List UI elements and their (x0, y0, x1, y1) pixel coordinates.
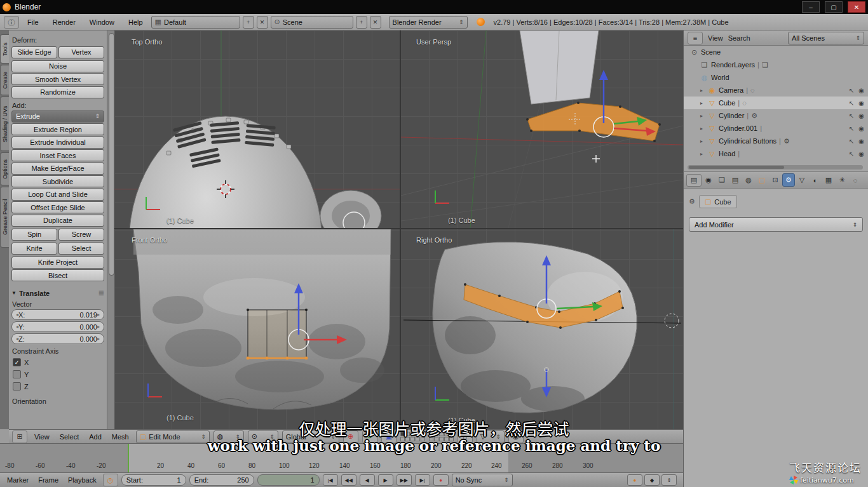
selectable-toggle-icon[interactable]: ↖ (849, 125, 854, 132)
tab-grease-pencil[interactable]: Grease Pencil (0, 187, 9, 248)
record-button[interactable]: ● (433, 474, 449, 486)
info-editor-icon[interactable]: ⓘ (4, 16, 19, 29)
close-button[interactable]: ✕ (848, 1, 865, 13)
editor-type-timeline-icon[interactable]: ◷ (103, 474, 118, 486)
prev-keyframe-button[interactable]: ◀◀ (341, 474, 356, 486)
outliner-row-camera[interactable]: ▸ ◉ Camera | ◌ ↖ ◉ (684, 84, 868, 97)
minimize-button[interactable]: – (802, 1, 820, 13)
spin-button[interactable]: Spin (11, 229, 57, 241)
randomize-button[interactable]: Randomize (11, 86, 104, 98)
duplicate-button[interactable]: Duplicate (11, 215, 104, 227)
tab-shading-uvs[interactable]: Shading / UVs (0, 97, 9, 151)
constraint-z-checkbox[interactable] (13, 382, 21, 390)
selectable-toggle-icon[interactable]: ↖ (849, 150, 854, 157)
increment-icon[interactable]: ▸ (97, 312, 100, 317)
viewport-3d-canvas[interactable] (114, 30, 683, 429)
add-scene-button[interactable]: + (356, 16, 367, 29)
vector-y-field[interactable]: ◂ Y: 0.000 ▸ (11, 321, 104, 332)
edit-wireframe[interactable] (248, 310, 306, 358)
offset-edge-slide-button[interactable]: Offset Edge Slide (11, 201, 104, 213)
selectable-toggle-icon[interactable]: ↖ (849, 100, 854, 107)
tab-modifiers[interactable]: ⚙ (782, 173, 795, 187)
tab-texture[interactable]: ▦ (822, 173, 835, 187)
noise-button[interactable]: Noise (11, 60, 104, 72)
outliner-row-scene[interactable]: ⊙ Scene (684, 46, 868, 58)
outliner-search-menu[interactable]: Search (728, 34, 750, 42)
extrude-region-button[interactable]: Extrude Region (11, 123, 104, 135)
tab-object[interactable]: ▢ (756, 173, 768, 187)
panel-grip-icon[interactable]: ≣ (98, 289, 104, 297)
extrude-individual-button[interactable]: Extrude Individual (11, 137, 104, 149)
increment-icon[interactable]: ▸ (97, 336, 100, 342)
add-modifier-dropdown[interactable]: Add Modifier ⇕ (689, 217, 863, 232)
render-toggle-icon[interactable]: ◉ (858, 87, 864, 94)
sync-mode-selector[interactable]: No Sync ⇕ (452, 474, 513, 486)
constraint-y-checkbox[interactable] (13, 370, 21, 378)
outliner-row-cube[interactable]: ▸ ▽ Cube | ◌ ↖ ◉ (684, 97, 868, 109)
outliner-row-cylinder[interactable]: ▸ ▽ Cylinder | ⚙ ↖ ◉ (684, 109, 868, 122)
display-filter-selector[interactable]: All Scenes ⇕ (788, 32, 864, 44)
screen-layout-selector[interactable]: ▦ Default (151, 16, 240, 29)
start-frame-field[interactable]: Start: 1 (121, 474, 186, 486)
outliner-scrollbar[interactable] (688, 165, 863, 170)
menu-playback[interactable]: Playback (65, 476, 100, 484)
extrude-dropdown[interactable]: Extrude ⇕ (11, 110, 104, 123)
play-button[interactable]: ▶ (378, 474, 393, 486)
selectable-toggle-icon[interactable]: ↖ (849, 112, 854, 119)
outliner-row-cylinder-001[interactable]: ▸ ▽ Cylinder.001 | ↖ ◉ (684, 122, 868, 135)
inset-faces-button[interactable]: Inset Faces (11, 149, 104, 161)
subdivide-button[interactable]: Subdivide (11, 175, 104, 187)
render-engine-selector[interactable]: Blender Render ⇕ (389, 16, 468, 29)
tab-render[interactable]: ◉ (702, 173, 715, 187)
menu-file[interactable]: File (22, 18, 44, 26)
knife-button[interactable]: Knife (11, 243, 57, 255)
keying-set-dropdown[interactable]: ⇕ (661, 474, 677, 486)
slide-edge-button[interactable]: Slide Edge (11, 46, 57, 58)
render-toggle-icon[interactable]: ◉ (858, 100, 864, 107)
tab-constraints[interactable]: ⊡ (769, 173, 782, 187)
vertex-button[interactable]: Vertex (58, 46, 104, 58)
expand-icon[interactable]: ▸ (700, 100, 705, 106)
jump-to-start-button[interactable]: |◀ (323, 474, 338, 486)
menu-render[interactable]: Render (47, 18, 81, 26)
expand-icon[interactable]: ▸ (700, 113, 705, 119)
render-toggle-icon[interactable]: ◉ (858, 150, 864, 157)
menu-window[interactable]: Window (84, 18, 120, 26)
menu-frame[interactable]: Frame (35, 476, 62, 484)
maximize-button[interactable]: ▢ (825, 1, 843, 13)
tab-scene[interactable]: ▤ (729, 173, 742, 187)
end-frame-field[interactable]: End: 250 (189, 474, 254, 486)
menu-marker[interactable]: Marker (4, 476, 32, 484)
tab-render-layers[interactable]: ❏ (715, 173, 728, 187)
tab-particles[interactable]: ✳ (836, 173, 848, 187)
scene-selector[interactable]: ⊙ Scene (271, 16, 353, 29)
expand-icon[interactable]: ▸ (700, 88, 705, 93)
menu-help[interactable]: Help (123, 18, 149, 26)
active-object-breadcrumb[interactable]: ▢ Cube (699, 195, 737, 208)
rotation-gizmo-circle[interactable] (665, 314, 679, 328)
increment-icon[interactable]: ▸ (97, 324, 100, 330)
loop-cut-button[interactable]: Loop Cut and Slide (11, 189, 104, 201)
jump-to-end-button[interactable]: ▶| (415, 474, 430, 486)
outliner-row-head[interactable]: ▸ ▽ Head | ↖ ◉ (684, 147, 868, 160)
expand-icon[interactable]: ▸ (700, 138, 705, 144)
add-layout-button[interactable]: + (243, 16, 254, 29)
tab-physics[interactable]: ◌ (849, 173, 862, 187)
tab-material[interactable]: ◐ (809, 173, 822, 187)
tab-create[interactable]: Create (0, 65, 9, 95)
outliner-row-world[interactable]: ◍ World (684, 71, 868, 84)
current-frame-field[interactable]: 1 (257, 474, 320, 486)
translate-panel-header[interactable]: ▼ Translate ≣ (11, 289, 104, 297)
outliner-view-menu[interactable]: View (708, 34, 723, 42)
vector-x-field[interactable]: ◂ X: 0.019 ▸ (11, 309, 104, 320)
editor-type-outliner-icon[interactable]: ≡ (688, 32, 703, 44)
remove-scene-button[interactable]: ✕ (370, 16, 381, 29)
constraint-x-checkbox[interactable]: ✓ (13, 358, 21, 366)
bisect-button[interactable]: Bisect (11, 269, 104, 281)
expand-icon[interactable]: ▸ (700, 126, 705, 131)
render-toggle-icon[interactable]: ◉ (858, 112, 864, 119)
editor-type-properties-icon[interactable]: ▤ (686, 174, 702, 187)
autokey-button[interactable]: ● (627, 474, 642, 486)
select-button[interactable]: Select (58, 243, 104, 255)
play-reverse-button[interactable]: ◀ (360, 474, 375, 486)
